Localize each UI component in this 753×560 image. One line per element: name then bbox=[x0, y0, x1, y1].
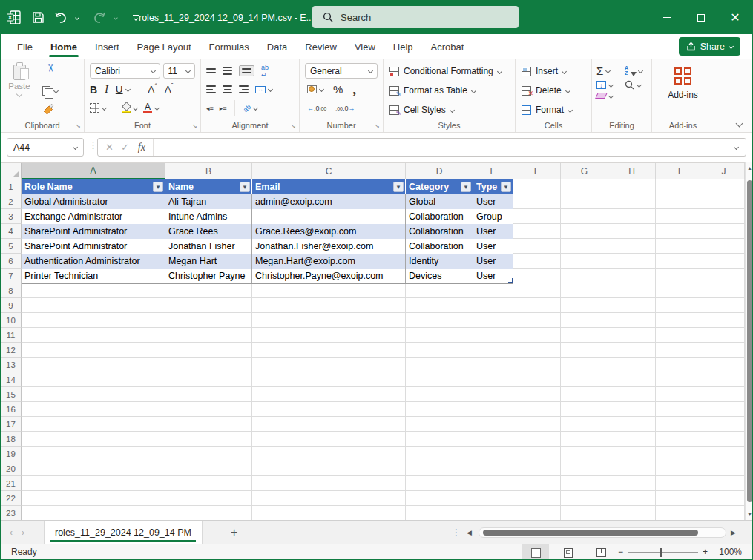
font-name-select[interactable]: Calibri bbox=[90, 63, 160, 79]
cell[interactable]: Grace Rees bbox=[165, 224, 252, 239]
cell[interactable]: User bbox=[473, 254, 513, 269]
cell[interactable]: Intune Admins bbox=[165, 209, 252, 224]
undo-dropdown-icon[interactable] bbox=[72, 1, 82, 34]
dialog-launcher-icon[interactable]: ↘ bbox=[290, 122, 296, 130]
accounting-format-button[interactable] bbox=[307, 85, 323, 93]
cell[interactable]: Global Administrator bbox=[22, 194, 165, 209]
cell[interactable]: Identity bbox=[406, 254, 473, 269]
align-right-icon[interactable] bbox=[239, 85, 249, 93]
cell[interactable]: admin@exoip.com bbox=[252, 194, 406, 209]
underline-button[interactable]: U bbox=[116, 84, 123, 95]
row-header-3[interactable]: 3 bbox=[1, 209, 22, 224]
cell[interactable]: Collaboration bbox=[406, 239, 473, 254]
number-format-select[interactable]: General bbox=[305, 63, 378, 79]
table-header-cell-category[interactable]: Category▾ bbox=[406, 179, 473, 194]
cell[interactable]: User bbox=[473, 269, 513, 283]
formula-input[interactable] bbox=[154, 139, 734, 156]
prev-sheet-icon[interactable]: ‹ bbox=[1, 527, 22, 538]
horizontal-scrollbar[interactable] bbox=[479, 527, 726, 538]
minimize-icon[interactable] bbox=[650, 1, 684, 34]
maximize-icon[interactable] bbox=[684, 1, 718, 34]
collapse-ribbon-icon[interactable] bbox=[736, 120, 743, 128]
scroll-right-icon[interactable]: ▶ bbox=[731, 527, 736, 538]
wrap-text-icon[interactable]: ab↵ bbox=[261, 64, 269, 79]
decrease-font-size-button[interactable]: Aˇ bbox=[165, 84, 173, 95]
top-align-icon[interactable] bbox=[206, 68, 216, 73]
close-icon[interactable]: ✕ bbox=[718, 1, 752, 34]
dialog-launcher-icon[interactable]: ↘ bbox=[75, 122, 81, 130]
column-header-A[interactable]: A bbox=[22, 163, 165, 179]
insert-function-icon[interactable]: fx bbox=[138, 142, 145, 154]
decrease-decimal-icon[interactable]: .00.0→ bbox=[335, 105, 355, 112]
vertical-scrollbar[interactable]: ▲ ▼ bbox=[745, 162, 753, 520]
bottom-align-icon[interactable] bbox=[239, 65, 254, 76]
undo-icon[interactable] bbox=[50, 1, 72, 34]
filter-button[interactable]: ▾ bbox=[393, 182, 404, 192]
share-button[interactable]: Share bbox=[679, 37, 740, 56]
italic-button[interactable]: I bbox=[105, 84, 108, 96]
table-header-cell-type[interactable]: Type▾ bbox=[473, 179, 513, 194]
filter-button[interactable]: ▾ bbox=[461, 182, 471, 192]
table-resize-handle[interactable] bbox=[508, 278, 513, 283]
copy-icon[interactable] bbox=[42, 86, 50, 96]
row-header-20[interactable]: 20 bbox=[1, 461, 22, 476]
percent-style-icon[interactable]: % bbox=[333, 83, 343, 96]
cell[interactable]: SharePoint Administrator bbox=[22, 224, 165, 239]
merge-center-button[interactable]: ↔ bbox=[255, 86, 272, 93]
row-header-11[interactable]: 11 bbox=[1, 328, 22, 343]
column-header-I[interactable]: I bbox=[656, 163, 703, 179]
view-page-layout-button[interactable] bbox=[555, 544, 582, 560]
bold-button[interactable]: B bbox=[90, 84, 97, 96]
cell[interactable]: Grace.Rees@exoip.com bbox=[252, 224, 406, 239]
row-header-23[interactable]: 23 bbox=[1, 506, 22, 521]
cell[interactable]: Global bbox=[406, 194, 473, 209]
cell[interactable] bbox=[252, 209, 406, 224]
name-box[interactable]: A44 bbox=[7, 138, 84, 157]
row-header-10[interactable]: 10 bbox=[1, 313, 22, 328]
filter-button[interactable]: ▾ bbox=[501, 182, 511, 192]
new-sheet-button[interactable]: + bbox=[203, 526, 237, 539]
increase-indent-icon[interactable]: ▸≡ bbox=[220, 105, 226, 112]
paste-button[interactable]: Paste bbox=[4, 62, 35, 118]
table-header-cell-name[interactable]: Name▾ bbox=[165, 179, 252, 194]
ribbon-tab-acrobat[interactable]: Acrobat bbox=[428, 36, 467, 57]
ribbon-tab-insert[interactable]: Insert bbox=[92, 36, 122, 57]
insert-cells-button[interactable]: Insert bbox=[519, 62, 588, 81]
borders-icon[interactable] bbox=[90, 103, 99, 113]
enter-icon[interactable]: ✓ bbox=[121, 142, 129, 153]
expand-formula-bar-icon[interactable] bbox=[734, 145, 739, 150]
row-header-8[interactable]: 8 bbox=[1, 283, 22, 298]
font-color-button[interactable]: A bbox=[143, 103, 159, 113]
cut-icon[interactable]: ✂ bbox=[44, 64, 57, 79]
find-select-button[interactable] bbox=[625, 80, 647, 90]
dialog-launcher-icon[interactable]: ↘ bbox=[374, 122, 380, 130]
cell[interactable]: User bbox=[473, 224, 513, 239]
row-header-7[interactable]: 7 bbox=[1, 269, 22, 283]
row-header-22[interactable]: 22 bbox=[1, 491, 22, 506]
format-as-table-button[interactable]: ✎ Format as Table bbox=[387, 81, 512, 100]
horizontal-scroll-thumb[interactable] bbox=[483, 530, 698, 536]
ribbon-tab-home[interactable]: Home bbox=[47, 36, 80, 57]
row-header-21[interactable]: 21 bbox=[1, 476, 22, 491]
row-header-17[interactable]: 17 bbox=[1, 417, 22, 432]
zoom-slider[interactable] bbox=[628, 552, 698, 553]
redo-icon[interactable] bbox=[88, 1, 111, 34]
cells-area[interactable]: Role Name▾Name▾Email▾Category▾Type▾Globa… bbox=[22, 179, 745, 521]
ribbon-tab-view[interactable]: View bbox=[352, 36, 378, 57]
dialog-launcher-icon[interactable]: ↘ bbox=[191, 122, 197, 130]
row-header-9[interactable]: 9 bbox=[1, 298, 22, 313]
column-header-J[interactable]: J bbox=[703, 163, 745, 179]
ribbon-tab-data[interactable]: Data bbox=[264, 36, 290, 57]
cell[interactable]: SharePoint Administrator bbox=[22, 239, 165, 254]
delete-cells-button[interactable]: ✕ Delete bbox=[519, 81, 588, 100]
cell[interactable]: Group bbox=[473, 209, 513, 224]
cell[interactable]: User bbox=[473, 239, 513, 254]
font-size-select[interactable]: 11 bbox=[163, 63, 195, 79]
cancel-icon[interactable]: ✕ bbox=[105, 142, 114, 153]
redo-dropdown-icon[interactable] bbox=[111, 1, 121, 34]
sheet-tab[interactable]: roles_11_29_2024 12_09_14 PM bbox=[44, 521, 203, 544]
scroll-up-icon[interactable]: ▲ bbox=[746, 165, 753, 171]
excel-app-icon[interactable]: X bbox=[1, 1, 26, 34]
row-header-6[interactable]: 6 bbox=[1, 254, 22, 269]
row-header-16[interactable]: 16 bbox=[1, 402, 22, 417]
